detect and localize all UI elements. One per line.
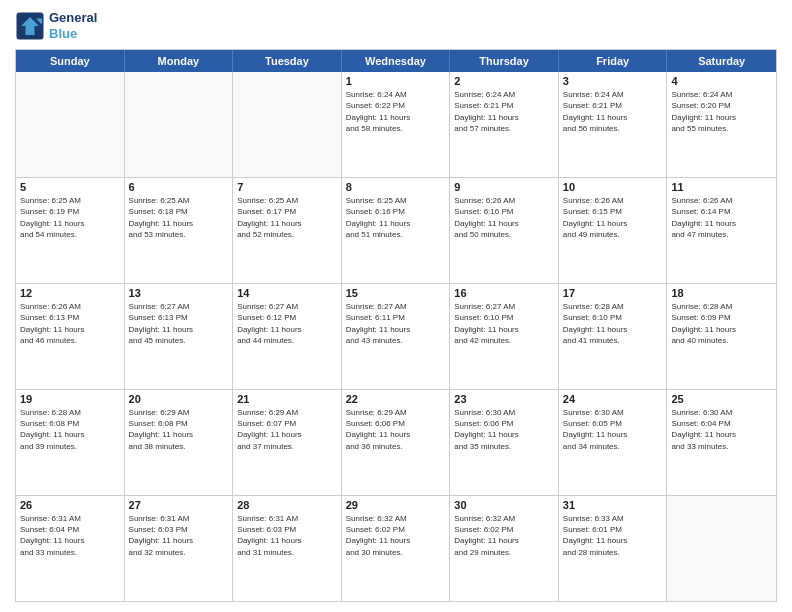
cell-info-line: and 30 minutes. — [346, 547, 446, 558]
day-header-sunday: Sunday — [16, 50, 125, 72]
day-number: 7 — [237, 181, 337, 193]
cell-info-line: Sunset: 6:05 PM — [563, 418, 663, 429]
calendar-cell: 14Sunrise: 6:27 AMSunset: 6:12 PMDayligh… — [233, 284, 342, 389]
cell-info-line: Daylight: 11 hours — [671, 112, 772, 123]
day-header-monday: Monday — [125, 50, 234, 72]
calendar-cell: 3Sunrise: 6:24 AMSunset: 6:21 PMDaylight… — [559, 72, 668, 177]
day-number: 10 — [563, 181, 663, 193]
cell-info-line: Daylight: 11 hours — [129, 218, 229, 229]
calendar-cell: 27Sunrise: 6:31 AMSunset: 6:03 PMDayligh… — [125, 496, 234, 601]
calendar-cell: 6Sunrise: 6:25 AMSunset: 6:18 PMDaylight… — [125, 178, 234, 283]
logo-icon — [15, 11, 45, 41]
cell-info-line: Sunrise: 6:28 AM — [20, 407, 120, 418]
cell-info-line: Sunset: 6:06 PM — [346, 418, 446, 429]
cell-info-line: Daylight: 11 hours — [129, 429, 229, 440]
cell-info-line: Sunrise: 6:25 AM — [346, 195, 446, 206]
cell-info-line: Sunrise: 6:29 AM — [237, 407, 337, 418]
cell-info-line: Sunrise: 6:28 AM — [671, 301, 772, 312]
cell-info-line: Sunrise: 6:28 AM — [563, 301, 663, 312]
cell-info-line: and 45 minutes. — [129, 335, 229, 346]
cell-info-line: Sunset: 6:16 PM — [346, 206, 446, 217]
day-number: 18 — [671, 287, 772, 299]
day-header-saturday: Saturday — [667, 50, 776, 72]
day-number: 25 — [671, 393, 772, 405]
day-number: 16 — [454, 287, 554, 299]
cell-info-line: Sunrise: 6:31 AM — [129, 513, 229, 524]
calendar-cell: 29Sunrise: 6:32 AMSunset: 6:02 PMDayligh… — [342, 496, 451, 601]
cell-info-line: Sunrise: 6:26 AM — [671, 195, 772, 206]
cell-info-line: Daylight: 11 hours — [671, 429, 772, 440]
cell-info-line: Daylight: 11 hours — [671, 218, 772, 229]
cell-info-line: Daylight: 11 hours — [20, 429, 120, 440]
cell-info-line: and 43 minutes. — [346, 335, 446, 346]
cell-info-line: Sunset: 6:01 PM — [563, 524, 663, 535]
cell-info-line: and 42 minutes. — [454, 335, 554, 346]
day-number: 24 — [563, 393, 663, 405]
cell-info-line: Sunrise: 6:31 AM — [237, 513, 337, 524]
cell-info-line: Sunrise: 6:26 AM — [563, 195, 663, 206]
calendar-cell — [125, 72, 234, 177]
cell-info-line: and 54 minutes. — [20, 229, 120, 240]
calendar-row-2: 5Sunrise: 6:25 AMSunset: 6:19 PMDaylight… — [16, 177, 776, 283]
cell-info-line: Sunset: 6:17 PM — [237, 206, 337, 217]
day-number: 5 — [20, 181, 120, 193]
cell-info-line: Sunrise: 6:25 AM — [129, 195, 229, 206]
calendar-cell: 9Sunrise: 6:26 AMSunset: 6:16 PMDaylight… — [450, 178, 559, 283]
page: GeneralBlue SundayMondayTuesdayWednesday… — [0, 0, 792, 612]
calendar-cell: 21Sunrise: 6:29 AMSunset: 6:07 PMDayligh… — [233, 390, 342, 495]
cell-info-line: Daylight: 11 hours — [129, 324, 229, 335]
cell-info-line: Sunset: 6:08 PM — [129, 418, 229, 429]
calendar-cell: 26Sunrise: 6:31 AMSunset: 6:04 PMDayligh… — [16, 496, 125, 601]
calendar-cell: 31Sunrise: 6:33 AMSunset: 6:01 PMDayligh… — [559, 496, 668, 601]
day-number: 27 — [129, 499, 229, 511]
cell-info-line: Daylight: 11 hours — [563, 429, 663, 440]
cell-info-line: Sunrise: 6:27 AM — [454, 301, 554, 312]
cell-info-line: and 40 minutes. — [671, 335, 772, 346]
cell-info-line: Sunrise: 6:24 AM — [671, 89, 772, 100]
cell-info-line: Daylight: 11 hours — [20, 218, 120, 229]
cell-info-line: and 49 minutes. — [563, 229, 663, 240]
day-number: 3 — [563, 75, 663, 87]
cell-info-line: and 39 minutes. — [20, 441, 120, 452]
cell-info-line: Sunset: 6:13 PM — [20, 312, 120, 323]
cell-info-line: and 47 minutes. — [671, 229, 772, 240]
cell-info-line: Sunrise: 6:27 AM — [346, 301, 446, 312]
calendar-cell: 8Sunrise: 6:25 AMSunset: 6:16 PMDaylight… — [342, 178, 451, 283]
cell-info-line: and 28 minutes. — [563, 547, 663, 558]
day-number: 20 — [129, 393, 229, 405]
day-number: 8 — [346, 181, 446, 193]
day-number: 26 — [20, 499, 120, 511]
cell-info-line: and 33 minutes. — [20, 547, 120, 558]
cell-info-line: Sunrise: 6:29 AM — [346, 407, 446, 418]
cell-info-line: Sunrise: 6:30 AM — [671, 407, 772, 418]
cell-info-line: Daylight: 11 hours — [454, 218, 554, 229]
cell-info-line: Daylight: 11 hours — [346, 324, 446, 335]
cell-info-line: and 46 minutes. — [20, 335, 120, 346]
day-header-tuesday: Tuesday — [233, 50, 342, 72]
cell-info-line: Daylight: 11 hours — [454, 112, 554, 123]
cell-info-line: Sunset: 6:10 PM — [454, 312, 554, 323]
calendar-cell: 22Sunrise: 6:29 AMSunset: 6:06 PMDayligh… — [342, 390, 451, 495]
day-number: 11 — [671, 181, 772, 193]
cell-info-line: and 52 minutes. — [237, 229, 337, 240]
calendar-cell: 30Sunrise: 6:32 AMSunset: 6:02 PMDayligh… — [450, 496, 559, 601]
cell-info-line: Sunrise: 6:31 AM — [20, 513, 120, 524]
cell-info-line: Sunset: 6:02 PM — [346, 524, 446, 535]
cell-info-line: and 55 minutes. — [671, 123, 772, 134]
cell-info-line: and 31 minutes. — [237, 547, 337, 558]
cell-info-line: and 41 minutes. — [563, 335, 663, 346]
cell-info-line: Sunrise: 6:24 AM — [346, 89, 446, 100]
cell-info-line: Daylight: 11 hours — [563, 535, 663, 546]
cell-info-line: and 37 minutes. — [237, 441, 337, 452]
cell-info-line: Sunrise: 6:27 AM — [237, 301, 337, 312]
cell-info-line: and 29 minutes. — [454, 547, 554, 558]
cell-info-line: Sunset: 6:08 PM — [20, 418, 120, 429]
cell-info-line: Daylight: 11 hours — [237, 429, 337, 440]
day-number: 9 — [454, 181, 554, 193]
calendar-row-4: 19Sunrise: 6:28 AMSunset: 6:08 PMDayligh… — [16, 389, 776, 495]
cell-info-line: Sunset: 6:02 PM — [454, 524, 554, 535]
day-number: 21 — [237, 393, 337, 405]
calendar-cell: 5Sunrise: 6:25 AMSunset: 6:19 PMDaylight… — [16, 178, 125, 283]
day-header-friday: Friday — [559, 50, 668, 72]
cell-info-line: Sunset: 6:06 PM — [454, 418, 554, 429]
